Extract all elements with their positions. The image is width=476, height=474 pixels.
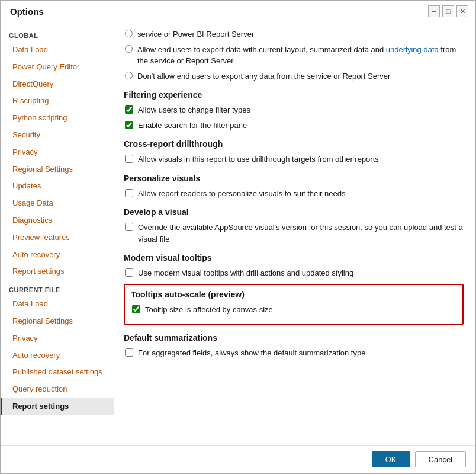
personalize-label: Allow report readers to personalize visu…: [138, 188, 345, 200]
tooltips-autoscale-row: Tooltip size is affected by canvas size: [131, 304, 456, 316]
summarizations-row: For aggregated fields, always show the d…: [124, 347, 464, 359]
develop-label: Override the available AppSource visual'…: [138, 222, 464, 245]
summarizations-label: For aggregated fields, always show the d…: [138, 347, 365, 359]
export-radio-row-2: Allow end users to export data with curr…: [124, 44, 464, 67]
section-title-summarizations: Default summarizations: [124, 333, 464, 342]
close-button[interactable]: ✕: [456, 5, 468, 17]
sidebar-item-current-report-settings[interactable]: Report settings: [1, 398, 114, 415]
sidebar-item-python-scripting[interactable]: Python scripting: [1, 110, 114, 127]
tooltips-autoscale-label: Tooltip size is affected by canvas size: [145, 304, 273, 316]
minimize-button[interactable]: ─: [428, 5, 440, 17]
modern-tooltips-checkbox[interactable]: [125, 268, 133, 277]
personalize-checkbox[interactable]: [125, 189, 133, 197]
drillthrough-label: Allow visuals in this report to use dril…: [138, 153, 379, 165]
filter-types-label: Allow users to change filter types: [138, 104, 250, 116]
global-section-label: GLOBAL: [1, 26, 114, 41]
title-bar: Options ─ □ ✕: [1, 1, 475, 21]
export-radio-1[interactable]: [125, 30, 133, 37]
filter-types-row: Allow users to change filter types: [124, 104, 464, 116]
filter-pane-row: Enable search for the filter pane: [124, 120, 464, 132]
cancel-button[interactable]: Cancel: [415, 451, 466, 467]
drillthrough-row: Allow visuals in this report to use dril…: [124, 153, 464, 165]
dialog-title: Options: [10, 7, 44, 17]
options-dialog: Options ─ □ ✕ GLOBAL Data Load Power Que…: [0, 0, 476, 474]
content-scroll-area[interactable]: service or Power BI Report Server Allow …: [114, 21, 475, 445]
export-radio-3[interactable]: [125, 72, 133, 79]
section-title-tooltips-autoscale: Tooltips auto-scale (preview): [131, 290, 456, 299]
dialog-body: GLOBAL Data Load Power Query Editor Dire…: [1, 21, 475, 445]
modern-tooltips-label: Use modern visual tooltips with drill ac…: [138, 267, 353, 279]
sidebar-item-auto-recovery[interactable]: Auto recovery: [1, 246, 114, 264]
sidebar-item-usage-data[interactable]: Usage Data: [1, 195, 114, 212]
tooltips-autoscale-box: Tooltips auto-scale (preview) Tooltip si…: [124, 284, 464, 325]
sidebar: GLOBAL Data Load Power Query Editor Dire…: [1, 21, 114, 445]
summarizations-checkbox[interactable]: [125, 348, 133, 357]
export-radio-row-1: service or Power BI Report Server: [124, 28, 464, 40]
sidebar-item-current-query-reduction[interactable]: Query reduction: [1, 381, 114, 398]
sidebar-item-current-auto-recovery[interactable]: Auto recovery: [1, 347, 114, 364]
sidebar-item-directquery[interactable]: DirectQuery: [1, 76, 114, 93]
section-title-personalize: Personalize visuals: [124, 174, 464, 183]
bottom-bar: OK Cancel: [1, 445, 475, 473]
sidebar-item-diagnostics[interactable]: Diagnostics: [1, 212, 114, 229]
export-radio-row-3: Don't allow end users to export any data…: [124, 71, 464, 82]
main-content: service or Power BI Report Server Allow …: [114, 21, 475, 445]
filter-pane-label: Enable search for the filter pane: [138, 120, 247, 132]
develop-row: Override the available AppSource visual'…: [124, 222, 464, 245]
sidebar-item-current-regional-settings[interactable]: Regional Settings: [1, 313, 114, 330]
sidebar-item-data-load[interactable]: Data Load: [1, 41, 114, 59]
filter-types-checkbox[interactable]: [125, 105, 133, 114]
tooltips-autoscale-checkbox[interactable]: [132, 305, 140, 313]
section-title-modern-tooltips: Modern visual tooltips: [124, 253, 464, 262]
sidebar-item-security[interactable]: Security: [1, 127, 114, 144]
sidebar-item-preview-features[interactable]: Preview features: [1, 229, 114, 246]
section-title-develop: Develop a visual: [124, 207, 464, 217]
maximize-button[interactable]: □: [442, 5, 454, 17]
sidebar-item-current-data-load[interactable]: Data Load: [1, 296, 114, 313]
develop-checkbox[interactable]: [125, 223, 133, 231]
section-title-filtering: Filtering experience: [124, 90, 464, 100]
window-controls: ─ □ ✕: [428, 5, 468, 17]
modern-tooltips-row: Use modern visual tooltips with drill ac…: [124, 267, 464, 279]
sidebar-item-updates[interactable]: Updates: [1, 178, 114, 195]
sidebar-item-r-scripting[interactable]: R scripting: [1, 92, 114, 110]
personalize-row: Allow report readers to personalize visu…: [124, 188, 464, 200]
sidebar-item-power-query-editor[interactable]: Power Query Editor: [1, 59, 114, 76]
export-radio-2[interactable]: [125, 45, 133, 53]
sidebar-item-privacy[interactable]: Privacy: [1, 144, 114, 161]
sidebar-item-report-settings-global[interactable]: Report settings: [1, 263, 114, 280]
drillthrough-checkbox[interactable]: [125, 155, 133, 163]
section-title-crossreport: Cross-report drillthrough: [124, 139, 464, 149]
ok-button[interactable]: OK: [372, 451, 410, 467]
sidebar-item-current-privacy[interactable]: Privacy: [1, 330, 114, 347]
sidebar-item-current-published-dataset[interactable]: Published dataset settings: [1, 364, 114, 381]
current-section-label: CURRENT FILE: [1, 280, 114, 296]
filter-pane-checkbox[interactable]: [125, 121, 133, 129]
sidebar-item-regional-settings[interactable]: Regional Settings: [1, 161, 114, 178]
